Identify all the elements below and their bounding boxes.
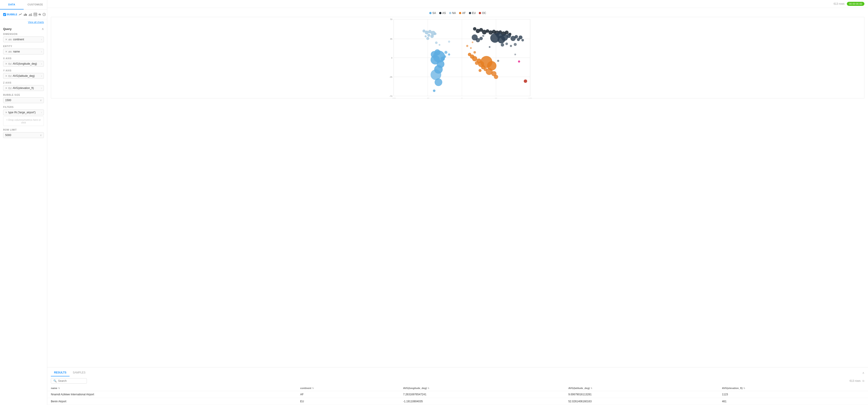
zaxis-field[interactable]: ✕ f(x) AVG(elevation_ft) ›: [3, 85, 44, 91]
header-rows-count: 613 rows: [834, 2, 845, 5]
results-toolbar: 🔍 613 rows ⧉: [47, 376, 868, 385]
svg-point-55: [426, 37, 429, 40]
view-all-charts-link[interactable]: View all charts: [0, 19, 47, 25]
cell-name: Benin Airport: [47, 398, 297, 405]
yaxis-label: Y AXIS: [3, 69, 44, 72]
bubble-checkbox[interactable]: [3, 13, 6, 16]
bubble-size-group: BUBBLE SIZE 1500 ∨: [3, 94, 44, 103]
svg-text:0: 0: [391, 57, 392, 59]
svg-point-104: [489, 46, 491, 48]
cell-avg-elev: 461: [718, 398, 868, 405]
xaxis-field-left: ✕ f(x) AVG(longitude_deg): [5, 62, 37, 65]
row-limit-label: ROW LIMIT: [3, 128, 44, 131]
entity-remove-btn[interactable]: ✕: [5, 50, 7, 53]
tab-data[interactable]: DATA: [0, 0, 24, 9]
chart-legend: SA AS NA AF EU: [51, 10, 864, 16]
svg-text:0: 0: [461, 97, 462, 98]
results-collapse-icon[interactable]: ∧: [862, 371, 864, 375]
col-name[interactable]: name⇅: [47, 385, 297, 391]
dimension-remove-btn[interactable]: ✕: [5, 38, 7, 41]
zaxis-remove-btn[interactable]: ✕: [5, 87, 7, 90]
bubble-size-value: 1500: [5, 99, 11, 102]
4k-chart-icon[interactable]: 4k: [38, 12, 41, 17]
cell-avg-lon: -1.19110804035: [400, 398, 565, 405]
svg-point-103: [514, 43, 517, 46]
results-table-body: Nnamdi Azikiwe International Airport AF …: [47, 391, 868, 405]
tab-customize[interactable]: CUSTOMIZE: [24, 0, 47, 9]
col-avg-elev[interactable]: AVG(elevation_ft)⇅: [718, 385, 868, 391]
results-tabs-bar: RESULTS SAMPLES ∧: [47, 367, 868, 376]
results-table-header: name⇅ continent⇅ AVG(longitude_deg)⇅ AVG…: [47, 385, 868, 391]
search-input[interactable]: [58, 379, 85, 382]
query-header: Query ∧: [3, 27, 44, 31]
area-chart-icon[interactable]: [29, 12, 32, 17]
results-table: name⇅ continent⇅ AVG(longitude_deg)⇅ AVG…: [47, 385, 868, 405]
legend-dot-AS: [439, 12, 441, 14]
svg-point-88: [505, 31, 508, 34]
line-chart-icon[interactable]: [19, 12, 22, 17]
col-avg-lon-sort-icon: ⇅: [428, 387, 429, 389]
zaxis-field-left: ✕ f(x) AVG(elevation_ft): [5, 86, 34, 90]
svg-point-100: [501, 43, 504, 47]
bubble-chart-type[interactable]: BUBBLE: [3, 13, 17, 16]
svg-point-58: [448, 40, 450, 42]
bubble-size-select[interactable]: 1500 ∨: [3, 97, 44, 103]
tab-samples[interactable]: SAMPLES: [69, 369, 89, 376]
filter-tag[interactable]: ✕ type IN ('large_airport') ›: [3, 110, 44, 115]
row-limit-select[interactable]: 5000 ∨: [3, 132, 44, 138]
svg-point-111: [518, 60, 520, 62]
results-tabs: RESULTS SAMPLES: [51, 369, 89, 376]
svg-point-67: [478, 69, 482, 72]
entity-value: name: [13, 50, 20, 53]
copy-icon[interactable]: ⧉: [862, 379, 864, 382]
legend-label-NA: NA: [452, 11, 456, 15]
col-avg-lat-sort-icon: ⇅: [590, 387, 592, 389]
col-avg-elev-sort-icon: ⇅: [743, 387, 745, 389]
search-icon: 🔍: [53, 379, 57, 382]
table-chart-icon[interactable]: [34, 12, 37, 17]
filter-drop-zone[interactable]: + Drop columns/metrics here or click: [3, 116, 44, 126]
clock-chart-icon[interactable]: [42, 12, 46, 17]
yaxis-field[interactable]: ✕ f(x) AVG(latitude_deg) ›: [3, 73, 44, 79]
dimension-chevron-icon: ›: [41, 38, 42, 41]
bubble-chart[interactable]: 70 35 0 -35 -70 -180 -90 0 90 180: [51, 17, 864, 98]
legend-SA: SA: [429, 11, 436, 15]
svg-point-45: [448, 53, 450, 55]
svg-point-96: [515, 35, 518, 38]
entity-field[interactable]: ✕ abc name ›: [3, 49, 44, 55]
col-avg-lat[interactable]: AVG(latitude_deg)⇅: [565, 385, 718, 391]
dimension-label: DIMENSION: [3, 33, 44, 35]
xaxis-remove-btn[interactable]: ✕: [5, 62, 7, 65]
col-continent[interactable]: continent⇅: [297, 385, 400, 391]
xaxis-field[interactable]: ✕ f(x) AVG(longitude_deg) ›: [3, 61, 44, 67]
tab-results[interactable]: RESULTS: [51, 369, 69, 376]
col-avg-lon[interactable]: AVG(longitude_deg)⇅: [400, 385, 565, 391]
cell-continent: EU: [297, 398, 400, 405]
filter-remove-btn[interactable]: ✕: [5, 111, 7, 114]
legend-label-AS: AS: [442, 11, 446, 15]
svg-point-44: [444, 51, 447, 54]
entity-chevron-icon: ›: [41, 51, 42, 53]
legend-AS: AS: [439, 11, 446, 15]
svg-point-98: [519, 35, 523, 39]
svg-point-102: [510, 45, 512, 47]
svg-rect-0: [24, 15, 25, 16]
dimension-field[interactable]: ✕ abc continent ›: [3, 36, 44, 42]
app-container: DATA CUSTOMIZE BUBBLE 4k: [0, 0, 868, 405]
row-limit-chevron-icon: ∨: [40, 134, 42, 137]
legend-dot-OC: [479, 12, 481, 14]
filter-tag-left: ✕ type IN ('large_airport'): [5, 111, 36, 114]
svg-point-109: [497, 60, 499, 62]
search-box[interactable]: 🔍: [51, 378, 87, 384]
results-rows-count: 613 rows: [849, 379, 861, 382]
xaxis-label: X AXIS: [3, 57, 44, 60]
xaxis-type: f(x): [8, 63, 11, 65]
yaxis-remove-btn[interactable]: ✕: [5, 75, 7, 78]
zaxis-type: f(x): [8, 87, 11, 89]
legend-dot-AF: [459, 12, 461, 14]
bar-chart-icon[interactable]: [24, 12, 27, 17]
query-collapse-icon[interactable]: ∧: [42, 27, 44, 31]
cell-avg-elev: 1123: [718, 391, 868, 398]
cell-continent: AF: [297, 391, 400, 398]
query-section: Query ∧ DIMENSION ✕ abc continent › ENTI…: [0, 25, 47, 143]
